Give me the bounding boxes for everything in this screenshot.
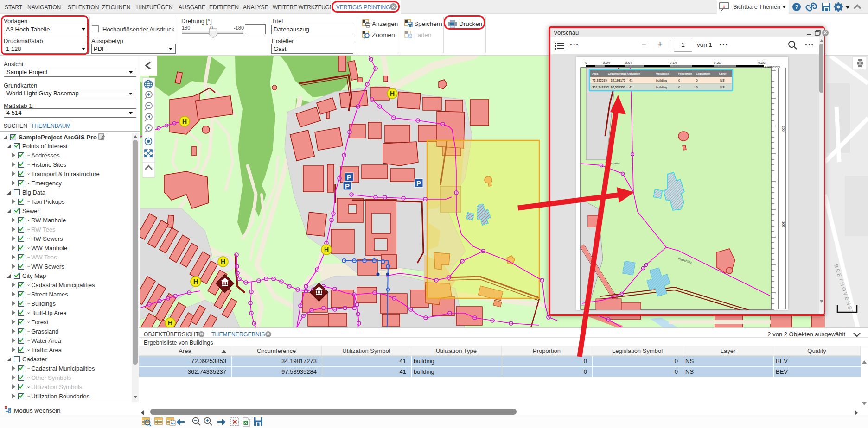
svg-text:Layer: Layer bbox=[719, 72, 727, 75]
svg-text:0: 0 bbox=[678, 79, 680, 82]
svg-text:i: i bbox=[723, 3, 725, 9]
svg-text:H: H bbox=[182, 118, 187, 125]
svg-text:0,04: 0,04 bbox=[603, 61, 610, 65]
svg-text:0,07: 0,07 bbox=[625, 61, 632, 65]
svg-text:H: H bbox=[193, 278, 198, 285]
svg-text:Utilization: Utilization bbox=[627, 72, 640, 75]
svg-text:H: H bbox=[324, 246, 329, 253]
svg-text:0,28: 0,28 bbox=[758, 61, 766, 65]
svg-text:362,743352: 362,743352 bbox=[592, 86, 609, 89]
svg-text:Proportion: Proportion bbox=[678, 72, 692, 75]
svg-text:0: 0 bbox=[678, 86, 680, 89]
svg-text:H: H bbox=[168, 319, 172, 327]
svg-text:H: H bbox=[390, 90, 395, 97]
svg-text:0: 0 bbox=[585, 61, 587, 65]
svg-text:P: P bbox=[345, 182, 350, 190]
svg-text:building: building bbox=[656, 79, 667, 82]
svg-text:34,198173: 34,198173 bbox=[611, 79, 625, 82]
svg-text:Circumference: Circumference bbox=[608, 72, 627, 75]
svg-text:72,392539: 72,392539 bbox=[592, 79, 607, 82]
svg-text:P: P bbox=[416, 179, 421, 187]
svg-text:200: 200 bbox=[782, 126, 785, 132]
svg-text:NS: NS bbox=[720, 79, 725, 82]
svg-text:97,539353: 97,539353 bbox=[611, 86, 625, 89]
svg-text:Area: Area bbox=[592, 72, 599, 75]
svg-text:Legislation: Legislation bbox=[696, 72, 710, 75]
svg-text:0: 0 bbox=[696, 86, 698, 89]
svg-text:100: 100 bbox=[782, 221, 785, 227]
svg-text:NS: NS bbox=[720, 86, 725, 89]
svg-text:0,14: 0,14 bbox=[670, 61, 677, 65]
svg-text:building: building bbox=[656, 86, 667, 89]
svg-text:H: H bbox=[221, 258, 225, 265]
svg-text:?: ? bbox=[795, 4, 798, 11]
svg-text:Seitlaugasse: Seitlaugasse bbox=[605, 162, 620, 164]
svg-text:Utilization: Utilization bbox=[656, 72, 669, 75]
svg-text:41: 41 bbox=[629, 86, 633, 89]
svg-text:0: 0 bbox=[696, 79, 698, 82]
svg-text:41: 41 bbox=[629, 79, 633, 82]
svg-text:P: P bbox=[347, 173, 351, 181]
svg-text:0,21: 0,21 bbox=[714, 61, 721, 65]
